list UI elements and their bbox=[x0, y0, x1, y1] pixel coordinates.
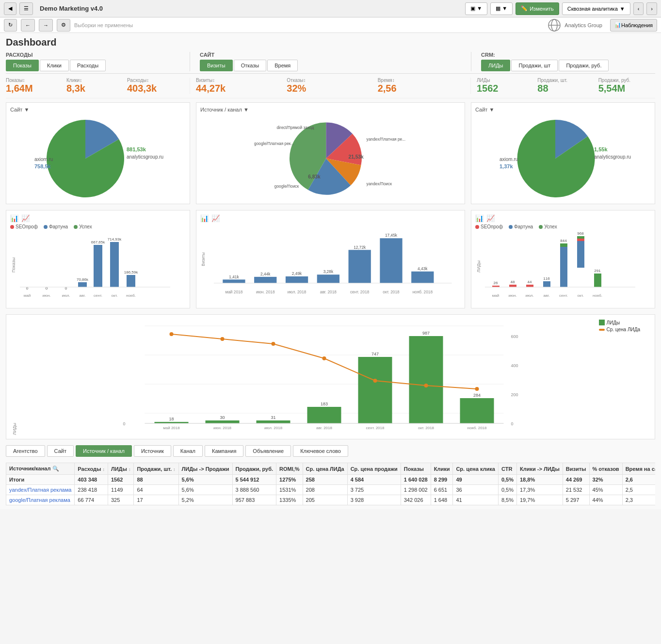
legend3-fartuna: Фартуна bbox=[509, 224, 533, 229]
svg-rect-34 bbox=[127, 275, 135, 287]
svg-rect-42 bbox=[254, 277, 276, 283]
legend-fartuna: Фартуна bbox=[44, 224, 68, 229]
line-icon-3[interactable]: 📈 bbox=[486, 214, 495, 222]
view-toggle-btn[interactable]: ☰ bbox=[19, 2, 33, 15]
redo-btn[interactable]: → bbox=[39, 19, 53, 32]
svg-rect-74 bbox=[560, 247, 567, 287]
svg-text:881,53k: 881,53k bbox=[127, 146, 146, 152]
svg-rect-75 bbox=[560, 243, 567, 247]
line-icon-1[interactable]: 📈 bbox=[21, 214, 30, 222]
section-raskhody: РАСХОДЫ Показы Клики Расходы bbox=[6, 52, 190, 71]
legend-dot-green bbox=[74, 225, 78, 229]
filter-channel[interactable]: Канал bbox=[173, 445, 203, 457]
bar-icon-3[interactable]: 📊 bbox=[475, 214, 484, 222]
svg-text:70,86k: 70,86k bbox=[77, 277, 89, 282]
crm-tabs: ЛИДы Продажи, шт Продажи, руб. bbox=[481, 60, 655, 71]
filter-source[interactable]: Источник bbox=[134, 445, 171, 457]
col-avg-click: Ср. цена клика bbox=[453, 463, 499, 475]
undo-btn[interactable]: ← bbox=[21, 19, 35, 32]
settings-btn[interactable]: ⚙ bbox=[57, 19, 70, 32]
filter-agentstvo[interactable]: Агентство bbox=[6, 445, 45, 457]
filter-keyword[interactable]: Ключевое слово bbox=[293, 445, 348, 457]
tab-pokazy[interactable]: Показы bbox=[6, 60, 39, 71]
bar-icon-1[interactable]: 📊 bbox=[10, 214, 18, 222]
tab-vremya[interactable]: Время bbox=[267, 60, 298, 71]
pie2-dropdown[interactable]: Источник / канал ▼ bbox=[200, 107, 461, 113]
bar-charts-row: 📊 📈 SEOпроф Фартуна Успех Показы bbox=[6, 210, 655, 308]
search-icon[interactable]: 🔍 bbox=[52, 466, 59, 471]
row1-avg-click: 36 bbox=[453, 485, 499, 495]
chart2-icons: 📊 📈 bbox=[200, 214, 461, 222]
nav-back-btn[interactable]: ◀ bbox=[4, 2, 16, 15]
svg-text:0: 0 bbox=[46, 286, 48, 290]
filter-ad[interactable]: Объявление bbox=[245, 445, 291, 457]
col-otkazy: % отказов bbox=[589, 463, 622, 475]
tab-vizity[interactable]: Визиты bbox=[200, 60, 233, 71]
svg-text:июн.: июн. bbox=[508, 293, 516, 298]
svg-text:analyticsgroup.ru: analyticsgroup.ru bbox=[594, 154, 631, 160]
prev-btn[interactable]: ‹ bbox=[633, 2, 644, 15]
data-table-container: Источник/канал 🔍 Расходы ↕ ЛИДы ↕ Продаж… bbox=[6, 463, 655, 505]
svg-text:май: май bbox=[24, 293, 31, 298]
svg-rect-48 bbox=[317, 274, 339, 283]
tab-otkazy[interactable]: Отказы bbox=[234, 60, 267, 71]
tab-lidy[interactable]: ЛИДы bbox=[481, 60, 510, 71]
row2-ctr: 8,5% bbox=[498, 495, 516, 505]
raskhody-metrics: Показы↕ 1,64M Клики↕ 8,3k Расходы↕ 403,3… bbox=[6, 78, 190, 94]
pie1-dropdown[interactable]: Сайт ▼ bbox=[10, 107, 186, 113]
svg-text:0: 0 bbox=[26, 286, 29, 290]
filter-site[interactable]: Сайт bbox=[47, 445, 74, 457]
metric-lidy-value: 1562 bbox=[477, 83, 533, 94]
svg-point-119 bbox=[272, 342, 275, 346]
bar-chart-lidy: 📊 📈 SEOпроф Фартуна Успех ЛИДы bbox=[471, 210, 655, 308]
change-btn[interactable]: ✏️ Изменить bbox=[516, 2, 559, 15]
metric-raskhody: Расходы↕ 403,3k bbox=[127, 78, 184, 94]
totals-label: Итоги bbox=[6, 475, 75, 485]
bar-icon-2[interactable]: 📊 bbox=[200, 214, 209, 222]
metric-pokazy-label: Показы↕ bbox=[6, 78, 63, 83]
row1-ctr: 0,5% bbox=[498, 485, 516, 495]
svg-rect-78 bbox=[577, 241, 584, 268]
svg-text:600: 600 bbox=[511, 334, 518, 339]
legend-avg-color bbox=[599, 329, 605, 331]
next-btn[interactable]: › bbox=[646, 2, 657, 15]
metric-vizity-value: 44,27k bbox=[196, 83, 283, 94]
row1-source[interactable]: yandex/Платная реклама bbox=[6, 485, 75, 495]
tab-prodazhi-rub[interactable]: Продажи, руб. bbox=[559, 60, 609, 71]
row2-avg-lidy: 205 bbox=[303, 495, 347, 505]
svg-text:1,37k: 1,37k bbox=[500, 163, 513, 169]
svg-text:200: 200 bbox=[511, 392, 518, 397]
svg-text:0: 0 bbox=[123, 421, 126, 426]
svg-text:май 2018: май 2018 bbox=[226, 290, 243, 294]
svg-text:сент. 2018: сент. 2018 bbox=[350, 290, 370, 294]
row2-otkazy: 44% bbox=[589, 495, 622, 505]
svg-text:нояб.: нояб. bbox=[593, 293, 602, 298]
filter-campaign[interactable]: Кампания bbox=[205, 445, 243, 457]
filter-btn[interactable]: ▦ ▼ bbox=[490, 2, 513, 15]
legend3-dot-green bbox=[539, 225, 543, 229]
totals-lidy-prodazhi: 5,6% bbox=[178, 475, 232, 485]
svg-text:18: 18 bbox=[169, 417, 174, 421]
tab-prodazhi-sht[interactable]: Продажи, шт bbox=[511, 60, 558, 71]
metric-pokazy-value: 1,64M bbox=[6, 83, 63, 94]
pie3-dropdown[interactable]: Сайт ▼ bbox=[475, 107, 651, 113]
filter-source-channel[interactable]: Источник / канал bbox=[76, 445, 132, 457]
row2-click-lidy: 19,7% bbox=[517, 495, 563, 505]
reports-btn[interactable]: 📊 Наблюдения bbox=[610, 19, 657, 32]
svg-rect-31 bbox=[110, 242, 119, 287]
legend-seoprof: SEOпроф bbox=[10, 224, 38, 229]
bar-chart1-svg: Показы май 0 июн. 0 июл. 0 авг. 70,86k с… bbox=[10, 231, 175, 304]
analytics-btn[interactable]: Сквозная аналитика ▼ bbox=[562, 2, 630, 15]
tab-raskhody[interactable]: Расходы bbox=[70, 60, 106, 71]
row2-source[interactable]: google/Платная реклама bbox=[6, 495, 75, 505]
line-icon-2[interactable]: 📈 bbox=[211, 214, 220, 222]
pie3-svg: axiom.ru 1,37k 1,55k analyticsgroup.ru bbox=[475, 113, 640, 200]
metric-vizity-label: Визиты↕ bbox=[196, 78, 283, 83]
pie2-svg: direct/Прямой заход google/Платная рек..… bbox=[200, 113, 461, 200]
app-title: Demo Marketing v4.0 bbox=[40, 5, 103, 12]
svg-text:yandex/Поиск: yandex/Поиск bbox=[367, 181, 392, 186]
tab-kliki[interactable]: Клики bbox=[40, 60, 69, 71]
metrics-row: Показы↕ 1,64M Клики↕ 8,3k Расходы↕ 403,3… bbox=[6, 78, 655, 98]
refresh-btn[interactable]: ↻ bbox=[4, 19, 17, 32]
display-btn[interactable]: ▣ ▼ bbox=[465, 2, 487, 15]
